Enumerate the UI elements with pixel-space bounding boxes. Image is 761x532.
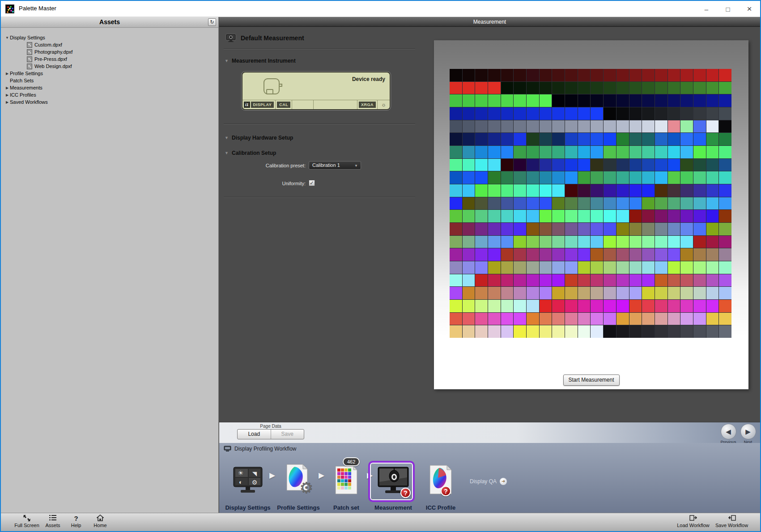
uniformity-checkbox[interactable]: ✓ bbox=[309, 180, 315, 186]
patch-cell bbox=[616, 223, 629, 235]
display-qa-link[interactable]: Display QA ➜ bbox=[470, 478, 507, 485]
patch-cell bbox=[680, 287, 693, 299]
triangle-right-icon[interactable]: ▶ bbox=[4, 72, 10, 76]
patch-cell bbox=[475, 287, 488, 299]
patch-cell bbox=[604, 120, 616, 133]
patch-cell bbox=[616, 146, 629, 158]
patch-cell bbox=[591, 300, 603, 312]
patch-cell bbox=[514, 171, 526, 184]
triangle-down-icon[interactable]: ▼ bbox=[4, 36, 10, 40]
patch-cell bbox=[655, 94, 667, 107]
load-button[interactable]: Load bbox=[238, 430, 271, 439]
patch-cell bbox=[616, 325, 629, 338]
triangle-right-icon[interactable]: ▶ bbox=[4, 86, 10, 90]
patch-cell bbox=[450, 325, 462, 338]
workflow-step-profile-settings[interactable]: ⚙ bbox=[272, 464, 325, 498]
next-button[interactable]: ▶ bbox=[740, 424, 756, 439]
tree-item-label: Pre-Press.dpxf bbox=[34, 56, 67, 62]
patch-cell bbox=[514, 197, 526, 210]
patch-cell bbox=[552, 313, 565, 325]
patch-cell bbox=[540, 274, 552, 287]
patch-cell bbox=[642, 197, 655, 210]
patch-cell bbox=[578, 300, 591, 312]
instrument-device-panel: Device ready i1 DISPLAY CAL XRGA bbox=[242, 72, 391, 110]
patch-cell bbox=[655, 313, 667, 325]
patch-cell bbox=[591, 146, 603, 158]
patch-cell bbox=[475, 197, 488, 210]
patch-cell bbox=[680, 274, 693, 287]
patch-cell bbox=[668, 236, 680, 248]
patch-cell bbox=[616, 184, 629, 197]
patch-cell bbox=[488, 184, 501, 197]
tree-item-display-settings[interactable]: ▼Display Settings bbox=[1, 34, 218, 41]
patch-cell bbox=[527, 133, 539, 145]
patch-cell bbox=[706, 159, 719, 171]
previous-button[interactable]: ◀ bbox=[721, 424, 736, 439]
patch-cell bbox=[475, 313, 488, 325]
tree-item-saved-workflows[interactable]: ▶Saved Workflows bbox=[1, 98, 218, 106]
save-button[interactable]: Save bbox=[271, 430, 304, 439]
tree-item-profile-settings[interactable]: ▶Profile Settings bbox=[1, 70, 218, 77]
patch-count-badge: 462 bbox=[343, 457, 360, 466]
patch-cell bbox=[540, 261, 552, 274]
tree-item-photography-dpxf[interactable]: Photography.dpxf bbox=[1, 48, 218, 55]
workflow-step-patch-set[interactable]: 462 bbox=[319, 464, 373, 498]
patch-cell bbox=[616, 133, 629, 145]
tree-item-patch-sets[interactable]: Patch Sets bbox=[1, 77, 218, 84]
save-workflow-button[interactable]: Save Workflow bbox=[710, 515, 753, 528]
patch-cell bbox=[552, 261, 565, 274]
patch-cell bbox=[488, 248, 501, 261]
patch-cell bbox=[450, 171, 462, 184]
refresh-icon[interactable]: ↻ bbox=[208, 18, 216, 26]
patch-cell bbox=[488, 287, 501, 299]
minimize-button[interactable]: – bbox=[696, 1, 717, 17]
patch-cell bbox=[591, 287, 603, 299]
patch-cell bbox=[488, 133, 501, 145]
patch-cell bbox=[565, 223, 578, 235]
tree-item-web-design-dpxf[interactable]: Web Design.dpxf bbox=[1, 63, 218, 70]
tree-item-pre-press-dpxf[interactable]: Pre-Press.dpxf bbox=[1, 55, 218, 63]
patch-cell bbox=[719, 69, 731, 81]
patch-cell bbox=[527, 210, 539, 222]
home-button[interactable]: Home bbox=[82, 515, 118, 528]
workflow-step-display-settings[interactable]: ☀ ◥ ◐ ⚙ bbox=[221, 466, 275, 498]
section-measurement-instrument[interactable]: ▼ Measurement Instrument bbox=[225, 57, 296, 64]
patch-cell bbox=[540, 300, 552, 312]
tree-item-measurements[interactable]: ▶Measurements bbox=[1, 84, 218, 91]
patch-cell bbox=[693, 159, 706, 171]
patch-cell bbox=[450, 107, 462, 120]
section-calibration-setup[interactable]: ▼ Calibration Setup bbox=[225, 149, 276, 157]
workflow-step-measurement[interactable]: ? bbox=[366, 466, 420, 498]
patch-cell bbox=[719, 236, 731, 248]
tree-item-icc-profiles[interactable]: ▶ICC Profiles bbox=[1, 91, 218, 98]
patch-cell bbox=[501, 236, 514, 248]
patch-cell bbox=[604, 107, 616, 120]
patch-cell bbox=[540, 107, 552, 120]
patch-cell bbox=[616, 120, 629, 133]
load-workflow-button[interactable]: Load Workflow bbox=[672, 515, 714, 528]
patch-cell bbox=[719, 171, 731, 184]
chevron-down-icon: ▼ bbox=[354, 162, 358, 170]
patch-cell bbox=[488, 223, 501, 235]
section-display-hardware-setup[interactable]: ▼ Display Hardware Setup bbox=[225, 134, 293, 141]
maximize-button[interactable]: □ bbox=[717, 1, 739, 17]
monitor-icon bbox=[225, 34, 236, 43]
patch-cell bbox=[668, 210, 680, 222]
patch-cell bbox=[604, 313, 616, 325]
patch-cell bbox=[668, 159, 680, 171]
workflow-bar: Display Profiling Workflow ☀ ◥ ◐ ⚙ Displ… bbox=[219, 443, 760, 513]
triangle-right-icon[interactable]: ▶ bbox=[4, 100, 10, 104]
patch-cell bbox=[655, 82, 667, 94]
workflow-step-icc-profile[interactable]: ? bbox=[414, 464, 468, 498]
patch-cell bbox=[578, 184, 591, 197]
patch-cell bbox=[719, 261, 731, 274]
close-button[interactable]: × bbox=[739, 1, 760, 17]
triangle-right-icon[interactable]: ▶ bbox=[4, 93, 10, 97]
calibration-preset-select[interactable]: Calibration 1 ▼ bbox=[309, 161, 361, 170]
patch-cell bbox=[527, 300, 539, 312]
patch-cell bbox=[604, 197, 616, 210]
tree-item-custom-dpxf[interactable]: Custom.dpxf bbox=[1, 41, 218, 48]
patch-cell bbox=[680, 171, 693, 184]
patch-cell bbox=[629, 261, 642, 274]
start-measurement-button[interactable]: Start Measurement bbox=[563, 375, 620, 386]
